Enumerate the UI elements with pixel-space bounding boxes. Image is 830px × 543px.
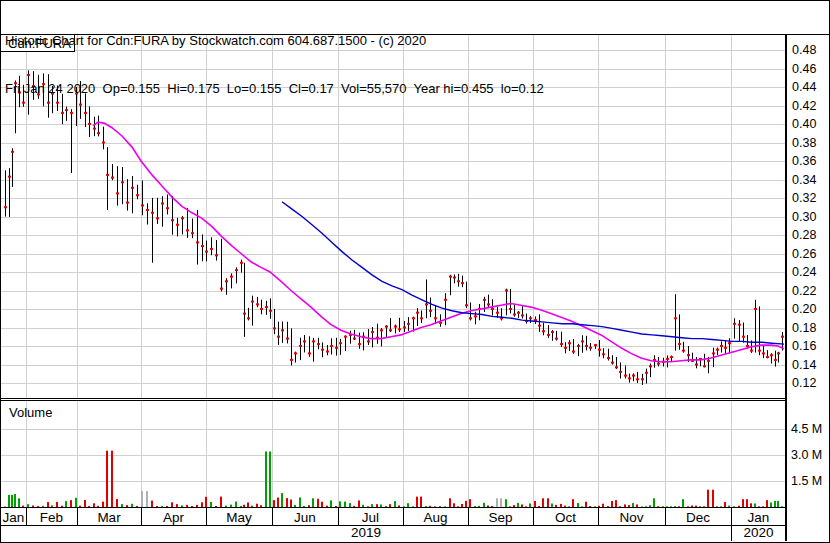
- volume-bar: [349, 503, 351, 507]
- month-label: Feb: [26, 510, 77, 525]
- close-tick: [429, 310, 432, 312]
- close-tick: [161, 203, 164, 205]
- close-tick: [201, 245, 204, 247]
- price-bar: [522, 306, 523, 319]
- close-tick: [335, 347, 338, 349]
- close-tick: [321, 349, 324, 351]
- volume-bar: [186, 505, 188, 507]
- close-tick: [131, 187, 134, 189]
- volume-bar: [500, 498, 502, 507]
- close-tick: [674, 317, 677, 319]
- price-axis-label: 0.26: [792, 247, 816, 262]
- volume-bar: [205, 497, 207, 507]
- volume-bar: [131, 504, 133, 507]
- price-axis-label: 0.46: [792, 62, 816, 77]
- volume-bar: [707, 490, 709, 507]
- volume-bar: [491, 506, 493, 507]
- close-tick: [240, 262, 243, 264]
- volume-bar: [746, 499, 748, 507]
- volume-panel-label: Volume: [9, 405, 52, 420]
- volume-bar: [770, 503, 772, 508]
- volume-bar: [286, 498, 288, 507]
- price-bar: [5, 170, 6, 216]
- volume-bar: [247, 503, 249, 508]
- volume-bar: [166, 506, 168, 507]
- close-tick: [290, 359, 293, 361]
- month-label: Jan: [731, 510, 786, 525]
- price-bar: [107, 147, 108, 210]
- volume-bar: [682, 499, 684, 507]
- close-tick: [136, 194, 139, 196]
- close-tick: [196, 241, 199, 243]
- volume-bar: [738, 506, 740, 507]
- volume-bar: [487, 506, 489, 508]
- volume-bar: [534, 501, 536, 507]
- volume-bar: [750, 503, 752, 507]
- volume-bar: [215, 506, 217, 507]
- close-tick: [111, 177, 114, 179]
- volume-bar: [14, 494, 16, 507]
- price-bar: [270, 298, 271, 318]
- close-tick: [720, 345, 723, 347]
- price-bar: [462, 276, 463, 288]
- close-tick: [286, 338, 289, 340]
- volume-bar: [102, 502, 104, 507]
- price-bar: [241, 260, 242, 273]
- volume-bar: [577, 503, 579, 507]
- price-axis-label: 0.14: [792, 358, 816, 373]
- price-bar: [603, 348, 604, 358]
- close-tick: [513, 314, 516, 316]
- close-tick: [235, 269, 238, 271]
- price-bar: [458, 274, 459, 287]
- close-tick: [517, 312, 520, 314]
- volume-bar: [691, 506, 693, 508]
- chart-title: Historic Chart for Cdn:FURA by Stockwatc…: [5, 33, 544, 49]
- price-bar: [167, 195, 168, 215]
- close-tick: [521, 315, 524, 317]
- price-bar: [359, 333, 360, 349]
- close-tick: [186, 229, 189, 231]
- close-tick: [628, 377, 631, 379]
- volume-bar: [260, 505, 262, 507]
- volume-bar: [572, 499, 574, 507]
- close-tick: [210, 248, 213, 250]
- volume-bar: [321, 502, 323, 507]
- close-tick: [766, 356, 769, 358]
- volume-bar: [344, 502, 346, 507]
- price-bar: [252, 296, 253, 326]
- close-tick: [303, 340, 306, 342]
- month-label: Jun: [272, 510, 338, 525]
- close-tick: [724, 347, 727, 349]
- price-axis-label: 0.20: [792, 302, 816, 317]
- month-label: Oct: [533, 510, 598, 525]
- close-tick: [538, 325, 541, 327]
- close-tick: [146, 209, 149, 211]
- volume-bar: [385, 506, 387, 507]
- price-bar: [304, 335, 305, 352]
- close-tick: [695, 364, 698, 366]
- price-bar: [9, 168, 10, 217]
- volume-bar: [598, 506, 600, 507]
- volume-bar: [281, 493, 283, 507]
- close-tick: [611, 362, 614, 364]
- price-bar: [157, 198, 158, 224]
- volume-bar: [611, 501, 613, 507]
- volume-bar: [766, 500, 768, 507]
- volume-bar: [32, 506, 34, 508]
- volume-bar: [79, 506, 81, 507]
- volume-bar: [317, 499, 319, 507]
- volume-bar: [201, 502, 203, 507]
- price-bar: [466, 282, 467, 309]
- close-tick: [121, 181, 124, 183]
- close-tick: [602, 353, 605, 355]
- price-bar: [417, 308, 418, 326]
- close-tick: [641, 378, 644, 380]
- close-tick: [358, 343, 361, 345]
- close-tick: [777, 352, 780, 354]
- price-axis-label: 0.34: [792, 173, 816, 188]
- volume-bar: [607, 506, 609, 507]
- volume-bar: [353, 506, 355, 507]
- volume-bar: [371, 504, 373, 507]
- chart-header: Historic Chart for Cdn:FURA by Stockwatc…: [5, 1, 544, 129]
- volume-bar: [483, 503, 485, 507]
